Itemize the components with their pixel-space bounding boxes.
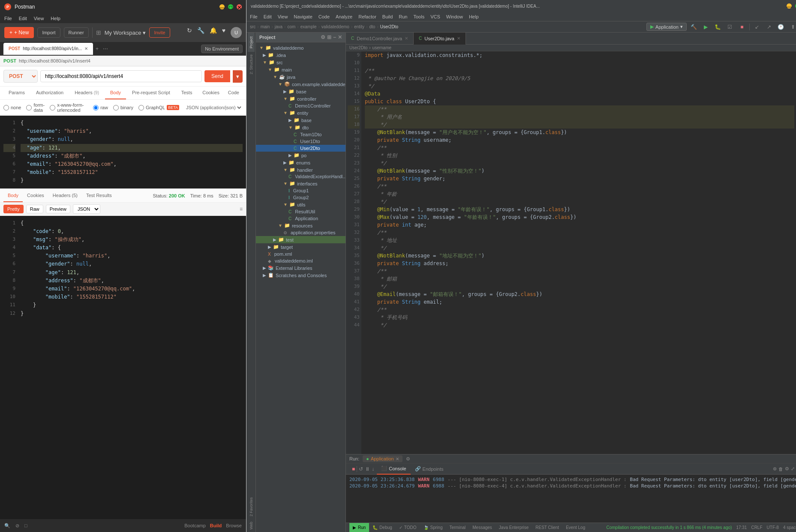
url-input[interactable] (40, 70, 202, 82)
collapse-icon[interactable]: − (333, 34, 336, 40)
web-vertical-tab[interactable]: Web (248, 519, 255, 532)
workspace-button[interactable]: My Workspace ▾ (105, 30, 146, 36)
nav-main[interactable]: main (261, 24, 270, 29)
request-body-editor[interactable]: 1{ 2 "username": "harris", 3 "gender": n… (0, 116, 246, 188)
status-event-log-tab[interactable]: Event Log (562, 523, 589, 532)
stop-run-icon[interactable]: ■ (352, 466, 355, 472)
idea-minimize[interactable]: — (787, 3, 792, 9)
radio-raw[interactable]: raw (93, 105, 108, 111)
tree-external-libs[interactable]: ▶ 📚 External Libraries (256, 264, 345, 272)
more-tabs-icon[interactable]: ⋯ (103, 46, 108, 52)
bottom-console-icon[interactable]: □ (24, 523, 27, 528)
bottom-tab-console[interactable]: ⬛ Console (377, 463, 410, 475)
idea-menu-window[interactable]: Window (446, 14, 463, 19)
status-terminal-tab[interactable]: Terminal (446, 523, 469, 532)
tree-interfaces[interactable]: ▼ 📁 interfaces (256, 180, 345, 187)
stop-icon[interactable]: ■ (737, 22, 747, 32)
close-button[interactable]: ✕ (237, 4, 242, 9)
build-link[interactable]: Build (210, 523, 222, 528)
bottom-search-icon[interactable]: 🔍 (4, 523, 10, 529)
word-wrap-icon[interactable]: ≡ (240, 206, 243, 212)
coverage-icon[interactable]: ☑ (725, 22, 735, 32)
request-tab-active[interactable]: POST http://localhost:8080/api/v1/in... … (3, 43, 93, 55)
run-app-config[interactable]: ● Application ✕ (363, 455, 402, 462)
tree-main[interactable]: ▼ 📁 main (256, 66, 345, 73)
tree-resultutil[interactable]: C ResultUtil (256, 208, 345, 215)
tree-exception-handler[interactable]: C ValidatedExceptionHandl... (256, 173, 345, 180)
settings-console-icon[interactable]: ⚙ (785, 466, 789, 472)
status-messages-tab[interactable]: Messages (469, 523, 496, 532)
heart-icon[interactable]: ♥ (222, 27, 225, 38)
tree-idea[interactable]: ▶ 📁 .idea (256, 51, 345, 59)
send-button[interactable]: Send (204, 70, 230, 82)
code-link[interactable]: Code (225, 87, 243, 99)
tree-dto[interactable]: ▼ 📁 dto (256, 124, 345, 131)
run-app-close[interactable]: ✕ (396, 457, 399, 461)
tree-controller[interactable]: ▼ 📁 controller (256, 95, 345, 102)
debug-icon[interactable]: 🐛 (713, 22, 723, 32)
clear-console-icon[interactable]: 🗑 (778, 466, 783, 472)
idea-menu-vcs[interactable]: VCS (430, 14, 440, 19)
new-tab-icon[interactable]: + (94, 44, 100, 54)
build-project-icon[interactable]: 🔨 (689, 22, 699, 32)
tree-resources[interactable]: ▼ 📁 resources (256, 222, 345, 229)
tree-team1dto[interactable]: C Team1Dto (256, 131, 345, 138)
idea-menu-run[interactable]: Run (399, 14, 407, 19)
bootcamp-link[interactable]: Bootcamp (184, 523, 206, 528)
tree-entity[interactable]: ▼ 📁 entity (256, 109, 345, 117)
maximize-button[interactable]: □ (228, 4, 233, 9)
idea-menu-edit[interactable]: Edit (264, 14, 272, 19)
resp-tab-cookies[interactable]: Cookies (23, 189, 48, 202)
tab-params[interactable]: Params (3, 87, 30, 99)
update-icon[interactable]: ↗ (764, 22, 774, 32)
new-button[interactable]: + + New (4, 27, 34, 38)
environment-select[interactable]: No Environment (201, 45, 243, 53)
resp-tab-body[interactable]: Body (3, 189, 23, 202)
bottom-tab-endpoints[interactable]: 🔗 Endpoints (411, 463, 448, 475)
nav-validateddemo[interactable]: validateddemo (321, 24, 349, 29)
breadcrumb-username[interactable]: username (372, 45, 391, 50)
nav-example[interactable]: example (300, 24, 317, 29)
pause-icon[interactable]: ⏸ (365, 466, 370, 472)
resp-tab-test-results[interactable]: Test Results (82, 189, 116, 202)
tree-target[interactable]: ▶ 📁 target (256, 243, 345, 251)
breadcrumb-user2dto[interactable]: User2Dto (349, 45, 367, 50)
tree-pom[interactable]: X pom.xml (256, 251, 345, 257)
editor-tab-user2dto[interactable]: C User2Dto.java ✕ (414, 33, 466, 45)
tab-tests[interactable]: Tests (176, 87, 198, 99)
method-select[interactable]: POST GET PUT DELETE (3, 70, 38, 83)
rerun-icon[interactable]: ↺ (357, 466, 363, 472)
revert-icon[interactable]: ↙ (752, 22, 762, 32)
project-vertical-tab[interactable]: Project (248, 33, 255, 52)
tree-user1dto[interactable]: C User1Dto (256, 138, 345, 145)
idea-menu-navigate[interactable]: Navigate (294, 14, 312, 19)
idea-menu-analyze[interactable]: Analyze (336, 14, 352, 19)
tree-po[interactable]: ▶ 📁 po (256, 152, 345, 159)
close-panel-icon[interactable]: ✕ (338, 34, 342, 40)
tab-close-2[interactable]: ✕ (457, 36, 460, 41)
idea-menu-file[interactable]: File (250, 14, 258, 19)
favorites-vertical-tab[interactable]: 2 Favorites (248, 495, 255, 519)
radio-none[interactable]: none (3, 105, 21, 111)
tab-close-icon[interactable]: ✕ (84, 46, 88, 51)
history-icon[interactable]: 🕐 (776, 22, 786, 32)
status-todo-tab[interactable]: ✓ TODO (396, 523, 420, 532)
response-body-editor[interactable]: 1{ 2 "code": 0, 3 "msg": "操作成功", 4 "data… (0, 216, 246, 520)
menu-file[interactable]: File (4, 16, 12, 21)
tree-enums[interactable]: ▶ 📁 enums (256, 159, 345, 166)
run-settings-icon[interactable]: ⚙ (406, 456, 410, 462)
radio-binary[interactable]: binary (113, 105, 133, 111)
radio-form-data[interactable]: form-data (26, 102, 45, 113)
status-run-tab[interactable]: ▶ Run (349, 523, 369, 532)
tab-headers[interactable]: Headers (9) (69, 87, 104, 99)
menu-view[interactable]: View (34, 16, 44, 21)
idea-menu-code[interactable]: Code (318, 14, 330, 19)
status-spring-tab[interactable]: 🍃 Spring (420, 523, 446, 532)
nav-com[interactable]: com (287, 24, 295, 29)
wrench-icon[interactable]: 🔧 (197, 27, 204, 38)
status-debug-tab[interactable]: 🐛 Debug (369, 523, 395, 532)
vcs-icon[interactable]: ⬆ (788, 22, 796, 32)
tree-entity-base[interactable]: ▶ 📁 base (256, 117, 345, 124)
view-preview-button[interactable]: Preview (46, 205, 70, 213)
nav-java[interactable]: java (275, 24, 282, 29)
